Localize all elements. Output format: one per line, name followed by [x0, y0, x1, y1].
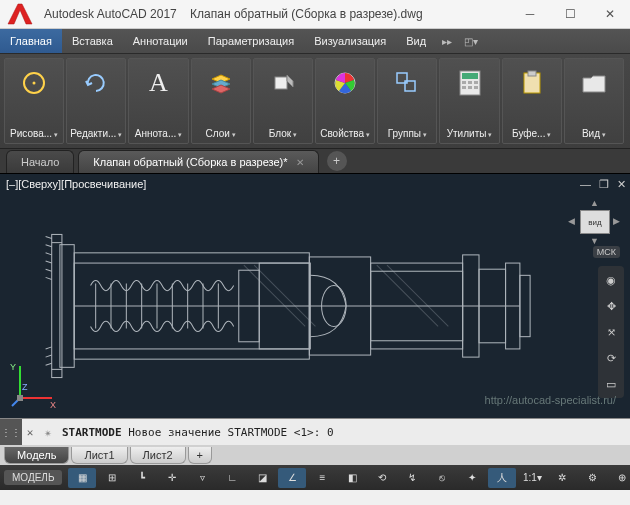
svg-rect-13 — [474, 86, 478, 89]
vp-close-icon[interactable]: ✕ — [617, 178, 626, 191]
clipboard-icon — [521, 65, 543, 101]
panel-utilities[interactable]: Утилиты — [439, 58, 499, 144]
svg-line-23 — [46, 261, 52, 263]
status-model-button[interactable]: МОДЕЛЬ — [4, 470, 62, 485]
window-title: Autodesk AutoCAD 2017 Клапан обратный (С… — [44, 7, 510, 21]
minimize-button[interactable]: ─ — [510, 0, 550, 28]
svg-line-25 — [46, 277, 52, 279]
panel-layers[interactable]: Слои — [191, 58, 251, 144]
menu-annotate[interactable]: Аннотации — [123, 29, 198, 53]
calculator-icon — [459, 65, 481, 101]
svg-rect-9 — [468, 81, 472, 84]
orbit-icon[interactable]: ⟳ — [601, 348, 621, 368]
transparency-toggle[interactable]: ◧ — [338, 468, 366, 488]
svg-rect-50 — [520, 275, 530, 336]
file-tab-bar: Начало Клапан обратный (Сборка в разрезе… — [0, 149, 630, 173]
vp-restore-icon[interactable]: ❐ — [599, 178, 609, 191]
app-logo[interactable] — [4, 2, 36, 26]
maximize-button[interactable]: ☐ — [550, 0, 590, 28]
svg-text:Z: Z — [22, 382, 28, 392]
viewport-label[interactable]: [–][Сверху][Просвечивание] — [6, 178, 146, 190]
menu-bar: Главная Вставка Аннотации Параметризация… — [0, 29, 630, 54]
panel-groups[interactable]: Группы — [377, 58, 437, 144]
drawing-tab[interactable]: Клапан обратный (Сборка в разрезе)*✕ — [78, 150, 318, 173]
wcs-label[interactable]: МСК — [593, 246, 620, 258]
snap-toggle[interactable]: ⊞ — [98, 468, 126, 488]
workspace-switch[interactable]: ⚙ — [578, 468, 606, 488]
menu-view[interactable]: Вид — [396, 29, 436, 53]
svg-rect-15 — [528, 71, 536, 76]
svg-rect-61 — [17, 395, 23, 401]
cmd-settings-icon[interactable]: ✴ — [38, 425, 58, 440]
panel-draw[interactable]: Рисова... — [4, 58, 64, 144]
add-tab-button[interactable]: + — [327, 151, 347, 171]
svg-rect-8 — [462, 81, 466, 84]
annotation-visibility-toggle[interactable]: ✲ — [548, 468, 576, 488]
polar-toggle[interactable]: ✛ — [158, 468, 186, 488]
cmd-drag-handle[interactable]: ⋮⋮ — [0, 419, 22, 445]
svg-rect-17 — [52, 234, 62, 377]
showmotion-icon[interactable]: ▭ — [601, 374, 621, 394]
svg-line-27 — [46, 355, 52, 357]
panel-clipboard[interactable]: Буфе... — [502, 58, 562, 144]
wheel-icon[interactable]: ◉ — [601, 270, 621, 290]
svg-line-22 — [46, 253, 52, 255]
layout-sheet2-tab[interactable]: Лист2 — [130, 447, 186, 464]
vp-minimize-icon[interactable]: — — [580, 178, 591, 191]
layout-sheet1-tab[interactable]: Лист1 — [71, 447, 127, 464]
cmd-close-icon[interactable]: ✕ — [22, 426, 38, 439]
svg-point-1 — [33, 82, 36, 85]
panel-properties[interactable]: Свойства — [315, 58, 375, 144]
panel-annotation[interactable]: AАннота... — [128, 58, 188, 144]
pan-icon[interactable]: ✥ — [601, 296, 621, 316]
model-geometry — [30, 214, 560, 398]
svg-rect-11 — [462, 86, 466, 89]
panel-toggle-icon[interactable]: ◰▾ — [458, 29, 484, 53]
cycling-toggle[interactable]: ⟲ — [368, 468, 396, 488]
title-bar: Autodesk AutoCAD 2017 Клапан обратный (С… — [0, 0, 630, 29]
ribbon: Рисова... Редакти... AАннота... Слои Бло… — [0, 54, 630, 149]
menu-insert[interactable]: Вставка — [62, 29, 123, 53]
panel-block[interactable]: Блок — [253, 58, 313, 144]
lineweight-toggle[interactable]: ≡ — [308, 468, 336, 488]
command-input[interactable]: STARTMODE Новое значение STARTMODE <1>: … — [58, 426, 630, 439]
zoom-icon[interactable]: ⤧ — [601, 322, 621, 342]
block-icon — [269, 65, 297, 101]
menu-home[interactable]: Главная — [0, 29, 62, 53]
navigation-bar: ◉ ✥ ⤧ ⟳ ▭ — [598, 266, 624, 398]
ucs-icon[interactable]: X Y Z — [8, 360, 58, 410]
gizmo-toggle[interactable]: ✦ — [458, 468, 486, 488]
close-tab-icon[interactable]: ✕ — [296, 157, 304, 168]
otrack-toggle[interactable]: ∠ — [278, 468, 306, 488]
start-tab[interactable]: Начало — [6, 150, 74, 173]
menu-parametric[interactable]: Параметризация — [198, 29, 304, 53]
command-line: ⋮⋮ ✕ ✴ STARTMODE Новое значение STARTMOD… — [0, 418, 630, 445]
svg-line-54 — [387, 265, 448, 326]
selection-filter-toggle[interactable]: ⎋ — [428, 468, 456, 488]
play-icon[interactable]: ▸▸ — [436, 29, 458, 53]
color-wheel-icon — [331, 65, 359, 101]
status-bar: МОДЕЛЬ ▦ ⊞ ┗ ✛ ▿ ∟ ◪ ∠ ≡ ◧ ⟲ ↯ ⎋ ✦ 人 1:1… — [0, 465, 630, 490]
grid-toggle[interactable]: ▦ — [68, 468, 96, 488]
layout-model-tab[interactable]: Модель — [4, 447, 69, 464]
view-cube[interactable]: ▲ ◀ ▶ ▼ вид — [572, 200, 616, 244]
dyn-ucs-toggle[interactable]: ↯ — [398, 468, 426, 488]
svg-rect-2 — [275, 77, 287, 89]
layers-icon — [207, 65, 235, 101]
drawing-viewport[interactable]: [–][Сверху][Просвечивание] — ❐ ✕ ▲ ◀ ▶ ▼… — [0, 173, 630, 418]
menu-visualize[interactable]: Визуализация — [304, 29, 396, 53]
3dosnap-toggle[interactable]: ◪ — [248, 468, 276, 488]
svg-line-28 — [46, 347, 52, 349]
isodraft-toggle[interactable]: ▿ — [188, 468, 216, 488]
close-button[interactable]: ✕ — [590, 0, 630, 28]
scale-button[interactable]: 1:1▾ — [518, 468, 546, 488]
panel-modify[interactable]: Редакти... — [66, 58, 126, 144]
annoscale-toggle[interactable]: 人 — [488, 468, 516, 488]
osnap-toggle[interactable]: ∟ — [218, 468, 246, 488]
svg-text:Y: Y — [10, 362, 16, 372]
layout-add-tab[interactable]: + — [188, 447, 212, 464]
ortho-toggle[interactable]: ┗ — [128, 468, 156, 488]
annotation-monitor-toggle[interactable]: ⊕ — [608, 468, 630, 488]
svg-line-53 — [377, 265, 438, 326]
panel-view[interactable]: Вид — [564, 58, 624, 144]
